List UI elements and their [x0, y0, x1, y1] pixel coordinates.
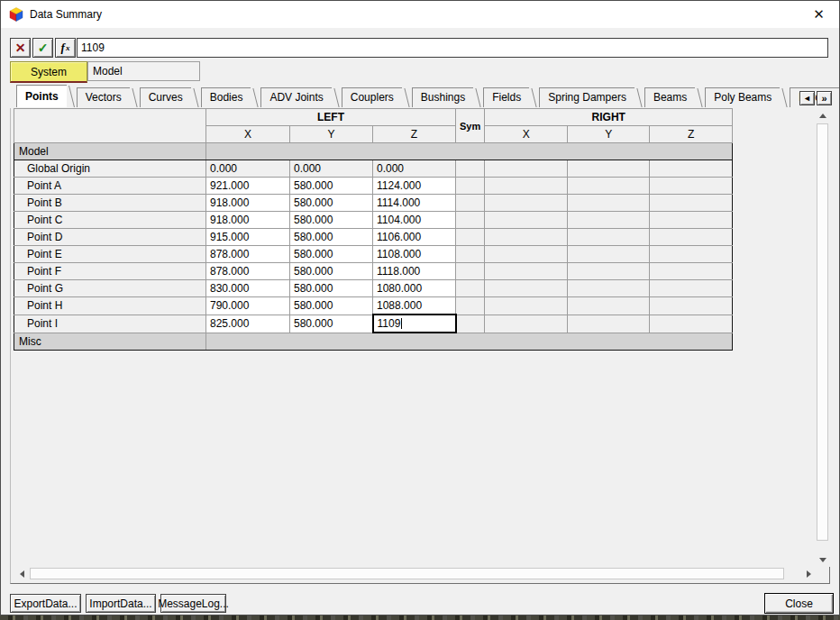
tab-adv-joints[interactable]: ADV Joints: [260, 87, 331, 107]
tab-scroll-more-icon[interactable]: »: [817, 91, 832, 105]
tab-curves[interactable]: Curves: [140, 87, 191, 107]
tab-couplers[interactable]: Couplers: [342, 87, 402, 107]
cell-left-z[interactable]: 1124.000: [373, 178, 456, 195]
scroll-left-icon[interactable]: [14, 567, 29, 581]
cell-left-y[interactable]: 580.000: [290, 246, 373, 263]
cell-left-z[interactable]: 1104.000: [373, 212, 456, 229]
cell-sym[interactable]: [456, 280, 485, 297]
export-data-button[interactable]: ExportData...: [10, 594, 81, 613]
cell-right-z[interactable]: [650, 195, 733, 212]
cell-right-y[interactable]: [568, 246, 650, 263]
cell-left-y[interactable]: 580.000: [290, 263, 373, 280]
cancel-edit-icon[interactable]: ✕: [10, 38, 31, 58]
cell-right-y[interactable]: [568, 195, 650, 212]
system-context-tab[interactable]: System: [10, 61, 87, 83]
cell-left-z[interactable]: 0.000: [373, 160, 456, 178]
cell-sym[interactable]: [456, 297, 485, 315]
cell-right-y[interactable]: [568, 280, 650, 297]
cell-sym[interactable]: [456, 229, 485, 246]
cell-sym[interactable]: [456, 212, 485, 229]
window-close-icon[interactable]: ✕: [799, 1, 839, 28]
cell-left-x[interactable]: 918.000: [206, 195, 290, 212]
horizontal-scroll-thumb[interactable]: [30, 568, 784, 579]
cell-right-z[interactable]: [650, 263, 733, 280]
cell-left-x[interactable]: 790.000: [206, 297, 290, 315]
cell-sym[interactable]: [456, 178, 485, 195]
close-button[interactable]: Close: [764, 593, 834, 614]
tab-spring-dampers[interactable]: Spring Dampers: [539, 87, 635, 107]
import-data-button[interactable]: ImportData...: [86, 594, 156, 613]
cell-left-y[interactable]: 580.000: [290, 229, 373, 246]
cell-left-z[interactable]: 1108.000: [373, 246, 456, 263]
cell-right-x[interactable]: [485, 195, 568, 212]
cell-right-x[interactable]: [485, 212, 568, 229]
cell-left-y[interactable]: 0.000: [290, 160, 373, 178]
horizontal-scrollbar[interactable]: [14, 567, 816, 581]
tab-bushings[interactable]: Bushings: [412, 87, 473, 107]
cell-right-z[interactable]: [650, 212, 733, 229]
cell-left-x[interactable]: 830.000: [206, 280, 290, 297]
cell-right-y[interactable]: [568, 160, 650, 178]
cell-sym[interactable]: [456, 315, 485, 333]
cell-right-y[interactable]: [568, 178, 650, 195]
cell-left-y[interactable]: 580.000: [290, 315, 373, 333]
cell-right-y[interactable]: [568, 263, 650, 280]
cell-right-z[interactable]: [650, 229, 733, 246]
vertical-scroll-thumb[interactable]: [817, 123, 828, 541]
tab-fields[interactable]: Fields: [483, 87, 529, 107]
cell-sym[interactable]: [456, 246, 485, 263]
cell-right-z[interactable]: [650, 178, 733, 195]
cell-right-x[interactable]: [485, 178, 568, 195]
cell-right-x[interactable]: [485, 263, 568, 280]
cell-right-x[interactable]: [485, 315, 568, 333]
cell-left-z[interactable]: 1106.000: [373, 229, 456, 246]
cell-right-x[interactable]: [485, 160, 568, 178]
accept-edit-icon[interactable]: ✓: [32, 38, 53, 58]
scroll-up-icon[interactable]: [816, 108, 830, 123]
cell-left-x[interactable]: 915.000: [206, 229, 290, 246]
cell-left-y[interactable]: 580.000: [290, 297, 373, 315]
formula-input[interactable]: [77, 38, 828, 58]
tab-beams[interactable]: Beams: [644, 87, 695, 107]
cell-left-y[interactable]: 580.000: [290, 178, 373, 195]
cell-sym[interactable]: [456, 160, 485, 178]
cell-left-y[interactable]: 580.000: [290, 195, 373, 212]
tab-bodies[interactable]: Bodies: [201, 87, 251, 107]
cell-right-y[interactable]: [568, 297, 650, 315]
cell-right-y[interactable]: [568, 229, 650, 246]
cell-right-z[interactable]: [650, 280, 733, 297]
cell-left-x[interactable]: 825.000: [206, 315, 290, 333]
cell-left-y[interactable]: 580.000: [290, 280, 373, 297]
cell-left-z[interactable]: 1114.000: [373, 195, 456, 212]
cell-left-z[interactable]: 1109: [373, 315, 456, 333]
cell-left-x[interactable]: 878.000: [206, 246, 290, 263]
scroll-down-icon[interactable]: [816, 552, 830, 567]
cell-right-y[interactable]: [568, 315, 650, 333]
cell-right-x[interactable]: [485, 297, 568, 315]
cell-right-y[interactable]: [568, 212, 650, 229]
cell-left-x[interactable]: 0.000: [206, 160, 290, 178]
cell-sym[interactable]: [456, 195, 485, 212]
tab-vectors[interactable]: Vectors: [77, 87, 130, 107]
cell-right-x[interactable]: [485, 246, 568, 263]
cell-left-y[interactable]: 580.000: [290, 212, 373, 229]
cell-right-z[interactable]: [650, 297, 733, 315]
cell-right-x[interactable]: [485, 229, 568, 246]
cell-left-z[interactable]: 1080.000: [373, 280, 456, 297]
scroll-right-icon[interactable]: [801, 567, 816, 581]
cell-left-x[interactable]: 878.000: [206, 263, 290, 280]
tab-forces[interactable]: Forces: [790, 87, 840, 107]
cell-left-z[interactable]: 1118.000: [373, 263, 456, 280]
cell-right-x[interactable]: [485, 280, 568, 297]
tab-points[interactable]: Points: [16, 85, 67, 107]
tab-scroll-left-icon[interactable]: ◄: [799, 91, 815, 105]
cell-left-z[interactable]: 1088.000: [373, 297, 456, 315]
message-log-button[interactable]: MessageLog...: [160, 594, 226, 613]
cell-right-z[interactable]: [650, 315, 733, 333]
cell-right-z[interactable]: [650, 160, 733, 178]
cell-sym[interactable]: [456, 263, 485, 280]
tab-poly-beams[interactable]: Poly Beams: [705, 87, 780, 107]
cell-left-x[interactable]: 918.000: [206, 212, 290, 229]
vertical-scrollbar[interactable]: [816, 108, 830, 567]
function-fx-icon[interactable]: fx: [55, 38, 76, 58]
